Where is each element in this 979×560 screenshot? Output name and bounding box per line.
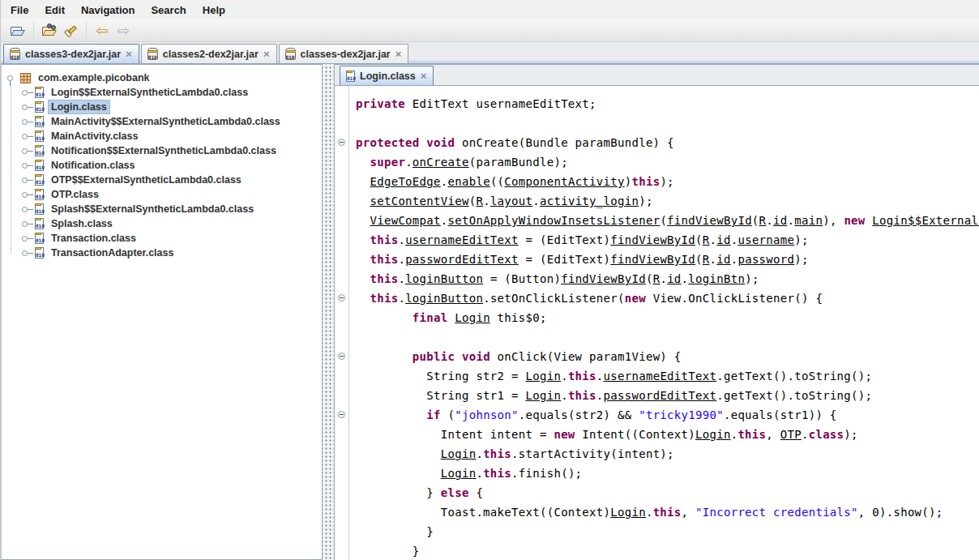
code-link[interactable]: Login: [526, 389, 562, 402]
code-link[interactable]: main: [794, 214, 823, 227]
close-icon[interactable]: ×: [395, 49, 402, 59]
code-link[interactable]: Login: [441, 447, 477, 460]
code-link[interactable]: R: [703, 233, 710, 246]
open-type-button[interactable]: [39, 21, 60, 41]
code-link[interactable]: id: [773, 214, 787, 227]
code-link[interactable]: Login$$ExternalSyntheti: [872, 214, 979, 227]
tree-item-splash-class[interactable]: 010Splash.class: [2, 216, 322, 231]
editor-tab-label: Login.class: [360, 71, 416, 82]
tree-expand-handle[interactable]: [22, 221, 28, 227]
code-link[interactable]: password: [737, 253, 794, 266]
close-icon[interactable]: ×: [421, 71, 427, 81]
code-content[interactable]: private EditText usernameEditText; prote…: [349, 86, 979, 560]
code-link[interactable]: R: [476, 195, 483, 207]
tree-item-transaction-class[interactable]: 010Transaction.class: [2, 231, 322, 246]
tree-item-otp-class[interactable]: 010OTP.class: [2, 187, 322, 202]
code-link[interactable]: passwordEditText: [405, 253, 519, 266]
class-file-icon: 010: [35, 116, 44, 127]
open-file-button[interactable]: [7, 21, 28, 41]
code-link[interactable]: findViewById: [610, 253, 695, 266]
tree-expand-handle[interactable]: [22, 177, 28, 183]
code-link[interactable]: Login: [695, 428, 731, 441]
jar-tab-classes3-dex2jar-jar[interactable]: 010classes3-dex2jar.jar×: [3, 44, 139, 63]
code-link[interactable]: usernameEditText: [604, 370, 717, 383]
close-icon[interactable]: ×: [263, 49, 270, 59]
tree-item-notification-class[interactable]: 010Notification.class: [2, 158, 322, 173]
fold-collapse-icon[interactable]: [338, 139, 345, 146]
code-link[interactable]: loginButton: [405, 292, 483, 305]
code-link[interactable]: setOnApplyWindowInsetsListener: [448, 214, 661, 227]
editor-tab-login-class[interactable]: 010 Login.class ×: [340, 66, 434, 85]
code-line: }: [356, 541, 979, 560]
code-link[interactable]: Login: [455, 311, 490, 324]
tree-item-login-externalsyntheticlambda0-class[interactable]: 010Login$$ExternalSyntheticLambda0.class: [2, 85, 322, 100]
tree-expand-handle[interactable]: [22, 90, 28, 96]
tree-item-notification-externalsyntheticlambda0-class[interactable]: 010Notification$$ExternalSyntheticLambda…: [2, 143, 322, 158]
code-link[interactable]: layout: [490, 195, 532, 207]
fold-collapse-icon[interactable]: [338, 353, 345, 360]
code-link[interactable]: Login: [610, 506, 646, 519]
menu-item-file[interactable]: File: [2, 2, 36, 19]
code-link[interactable]: loginButton: [405, 272, 483, 285]
tree-expand-handle[interactable]: [22, 134, 28, 139]
code-link[interactable]: findViewById: [610, 233, 695, 246]
tree-item-login-class[interactable]: 010Login.class: [2, 100, 322, 114]
tree-item-otp-externalsyntheticlambda0-class[interactable]: 010OTP$$ExternalSyntheticLambda0.class: [2, 173, 322, 187]
code-token: , 0).show();: [858, 506, 943, 519]
code-link[interactable]: onCreate: [413, 156, 469, 169]
code-link[interactable]: ComponentActivity: [504, 175, 624, 188]
code-link[interactable]: passwordEditText: [604, 389, 717, 402]
tree-expand-handle[interactable]: [22, 207, 28, 212]
code-link[interactable]: loginBtn: [688, 272, 745, 285]
tree-item-transactionadapter-class[interactable]: 010TransactionAdapter.class: [2, 246, 322, 260]
search-button[interactable]: [60, 21, 81, 41]
tree-expand-handle[interactable]: [22, 192, 28, 198]
tree-expand-handle[interactable]: [22, 148, 28, 154]
code-link[interactable]: id: [716, 233, 730, 246]
code-link[interactable]: enable: [448, 175, 490, 188]
fold-collapse-icon[interactable]: [338, 411, 345, 418]
code-link[interactable]: activity_login: [540, 195, 639, 207]
code-link[interactable]: findViewById: [561, 272, 646, 285]
menu-item-help[interactable]: Help: [195, 2, 233, 19]
fold-collapse-icon[interactable]: [338, 294, 345, 301]
menu-item-edit[interactable]: Edit: [36, 2, 73, 19]
class-file-icon: 010: [35, 203, 44, 215]
jar-tab-classes-dex2jar-jar[interactable]: 010classes-dex2jar.jar×: [279, 44, 409, 63]
code-link[interactable]: usernameEditText: [405, 233, 519, 246]
menu-item-navigation[interactable]: Navigation: [73, 2, 143, 19]
code-link[interactable]: ViewCompat: [370, 214, 440, 227]
code-link[interactable]: EdgeToEdge: [370, 175, 440, 188]
code-line: super.onCreate(paramBundle);: [356, 152, 979, 172]
code-token: this: [737, 428, 766, 441]
code-link[interactable]: id: [667, 272, 681, 285]
tree-expand-handle[interactable]: [22, 119, 28, 125]
code-link[interactable]: R: [703, 253, 710, 266]
code-link[interactable]: id: [716, 253, 730, 266]
code-link[interactable]: OTP: [780, 428, 802, 441]
tree-root-package[interactable]: com.example.picobank: [2, 71, 322, 85]
back-button[interactable]: ⇦: [92, 21, 113, 41]
code-link[interactable]: username: [737, 233, 794, 246]
tree-item-splash-externalsyntheticlambda0-class[interactable]: 010Splash$$ExternalSyntheticLambda0.clas…: [2, 202, 322, 216]
tree-expand-handle[interactable]: [22, 105, 28, 110]
close-icon[interactable]: ×: [126, 49, 132, 59]
code-token: );: [794, 233, 808, 246]
code-link[interactable]: Login: [526, 370, 562, 383]
tree-collapse-handle[interactable]: [7, 75, 13, 81]
code-line: EdgeToEdge.enable((ComponentActivity)thi…: [356, 172, 979, 191]
code-link[interactable]: Login: [441, 467, 477, 480]
panel-splitter[interactable]: [323, 64, 335, 560]
tree-item-mainactivity-externalsyntheticlambda0-class[interactable]: 010MainActivity$$ExternalSyntheticLambda…: [2, 114, 322, 129]
tree-expand-handle[interactable]: [22, 236, 28, 242]
menu-item-search[interactable]: Search: [143, 2, 194, 19]
code-link[interactable]: findViewById: [667, 214, 752, 227]
tree-expand-handle[interactable]: [22, 250, 28, 256]
tree-expand-handle[interactable]: [22, 163, 28, 169]
jar-tab-classes2-dex2jar-jar[interactable]: 010classes2-dex2jar.jar×: [141, 44, 277, 63]
jar-tab-label: classes-dex2jar.jar: [301, 49, 391, 60]
class-icon-binary-text: 010: [36, 179, 43, 185]
tree-item-mainactivity-class[interactable]: 010MainActivity.class: [2, 129, 322, 143]
code-link[interactable]: setContentView: [370, 195, 468, 207]
code-token: .: [788, 214, 795, 227]
